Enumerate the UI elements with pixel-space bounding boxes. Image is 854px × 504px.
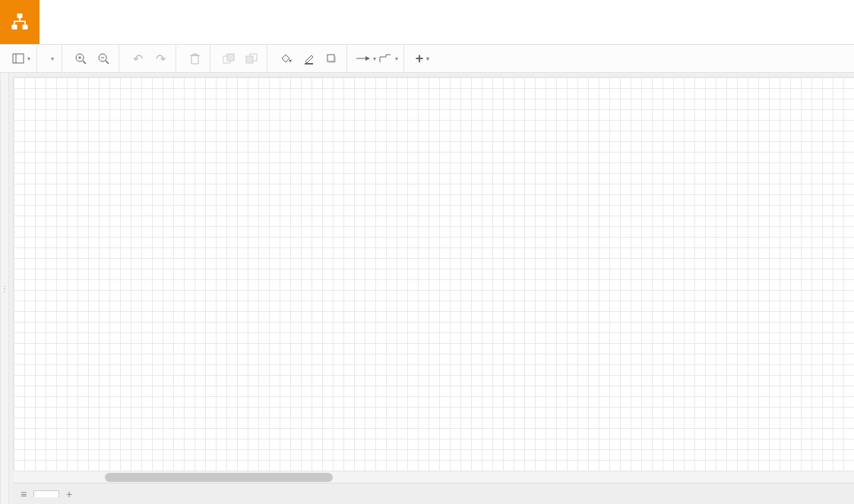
svg-rect-15: [246, 56, 253, 63]
svg-line-10: [106, 61, 109, 64]
svg-rect-1: [12, 25, 17, 30]
line-color-icon[interactable]: [298, 49, 319, 68]
svg-marker-20: [365, 56, 370, 61]
shadow-icon[interactable]: [321, 49, 342, 68]
horizontal-scrollbar[interactable]: [14, 471, 854, 483]
delete-icon[interactable]: [184, 49, 205, 68]
zoom-in-icon[interactable]: [70, 49, 91, 68]
to-front-icon[interactable]: [218, 49, 239, 68]
undo-icon[interactable]: ↶: [127, 49, 148, 68]
add-page-icon[interactable]: +: [59, 488, 79, 500]
tab-page1[interactable]: [33, 490, 59, 497]
toolbar: ↶ ↷ +: [0, 44, 854, 73]
page-tabs: ≡ +: [14, 483, 854, 504]
fill-color-icon[interactable]: [275, 49, 296, 68]
waypoint-style[interactable]: [378, 49, 399, 68]
header: [0, 0, 854, 44]
connection-style[interactable]: [355, 49, 376, 68]
sidebar-collapse[interactable]: ⋮: [1, 73, 9, 504]
tabs-menu-icon[interactable]: ≡: [14, 488, 33, 500]
svg-rect-18: [327, 55, 334, 61]
zoom-out-icon[interactable]: [93, 49, 114, 68]
svg-line-6: [83, 61, 86, 64]
insert-button[interactable]: +: [412, 49, 433, 68]
svg-rect-0: [17, 14, 23, 18]
svg-rect-3: [13, 54, 24, 63]
svg-rect-13: [227, 54, 234, 61]
redo-icon[interactable]: ↷: [150, 49, 171, 68]
to-back-icon[interactable]: [241, 49, 262, 68]
view-toggle[interactable]: [11, 49, 32, 68]
svg-rect-2: [23, 25, 28, 30]
zoom-dropdown[interactable]: [45, 55, 57, 62]
canvas[interactable]: [14, 77, 854, 471]
app-logo[interactable]: [0, 0, 40, 44]
svg-point-16: [289, 59, 291, 61]
